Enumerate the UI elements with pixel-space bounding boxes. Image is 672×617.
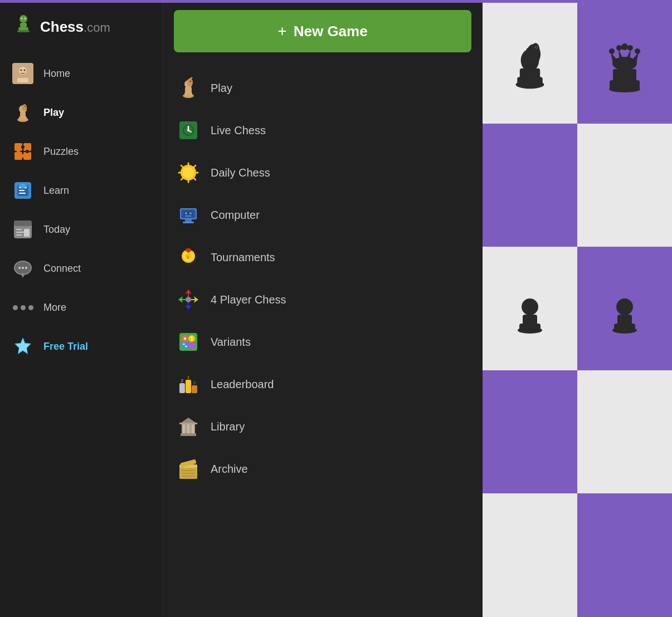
board-cell-3-1 <box>483 247 577 370</box>
svg-point-4 <box>21 18 23 19</box>
sidebar-item-free-trial[interactable]: Free Trial <box>0 327 162 366</box>
menu-item-variants-label: Variants <box>211 336 251 349</box>
sidebar-item-today[interactable]: Today <box>0 210 162 249</box>
board-cell-3-2 <box>577 247 672 370</box>
chess-logo-icon <box>11 12 36 42</box>
svg-point-139 <box>609 48 615 54</box>
svg-rect-70 <box>185 219 192 222</box>
sidebar: Chess.com Home <box>0 0 163 617</box>
sidebar-item-home-label: Home <box>43 68 70 80</box>
svg-line-65 <box>193 178 196 180</box>
menu-item-daily-chess[interactable]: Daily Chess <box>163 151 483 194</box>
menu-item-live-chess[interactable]: Live Chess <box>163 109 483 151</box>
svg-rect-102 <box>186 380 191 393</box>
board-cell-4-1 <box>483 370 577 494</box>
svg-line-66 <box>193 165 196 168</box>
svg-rect-149 <box>617 315 632 325</box>
board-cell-2-2 <box>577 124 672 247</box>
svg-rect-2 <box>18 27 28 30</box>
svg-line-64 <box>181 165 183 168</box>
sidebar-item-more-label: More <box>43 302 66 314</box>
connect-icon <box>11 257 35 280</box>
svg-rect-1 <box>20 23 27 27</box>
new-game-label: New Game <box>294 23 368 40</box>
svg-rect-126 <box>527 48 529 58</box>
svg-point-146 <box>522 298 538 315</box>
svg-rect-145 <box>523 315 537 325</box>
svg-point-74 <box>189 212 192 214</box>
svg-point-10 <box>24 70 26 71</box>
svg-rect-103 <box>192 385 197 393</box>
menu-item-play[interactable]: Play <box>163 67 483 109</box>
svg-rect-117 <box>182 470 195 471</box>
board-cell-4-2 <box>577 370 672 494</box>
sidebar-item-puzzles-label: Puzzles <box>43 146 79 158</box>
menu-item-library-label: Library <box>211 420 245 433</box>
svg-point-23 <box>26 150 29 153</box>
svg-rect-19 <box>14 152 22 160</box>
svg-rect-8 <box>17 78 28 82</box>
board-cell-1-2 <box>577 0 672 124</box>
menu-archive-icon <box>176 457 201 481</box>
svg-point-16 <box>25 106 26 107</box>
svg-point-150 <box>616 298 633 315</box>
svg-rect-107 <box>181 433 196 436</box>
board-cell-5-2 <box>577 493 672 617</box>
menu-play-icon <box>176 76 201 100</box>
board-cell-1-1 <box>483 0 577 124</box>
menu-item-leaderboard-label: Leaderboard <box>211 378 274 391</box>
sidebar-item-learn[interactable]: Learn <box>0 171 162 210</box>
menu-item-4player[interactable]: 4 Player Chess <box>163 278 483 321</box>
svg-point-9 <box>21 70 22 71</box>
svg-point-136 <box>621 43 628 50</box>
svg-rect-75 <box>185 216 192 217</box>
svg-rect-113 <box>179 423 197 424</box>
menu-item-daily-chess-label: Daily Chess <box>211 167 270 179</box>
logo-area[interactable]: Chess.com <box>0 0 162 54</box>
svg-rect-118 <box>182 473 195 474</box>
svg-rect-17 <box>14 143 22 151</box>
svg-point-93 <box>188 335 195 342</box>
svg-rect-101 <box>179 383 185 393</box>
svg-rect-34 <box>16 232 24 233</box>
svg-point-22 <box>21 154 25 158</box>
chess-board <box>483 0 672 617</box>
svg-rect-81 <box>186 248 191 251</box>
menu-item-tournaments[interactable]: 1 Tournaments <box>163 236 483 278</box>
svg-line-67 <box>181 178 183 180</box>
menu-item-leaderboard[interactable]: 2 1 3 Leaderboard <box>163 363 483 405</box>
main-content: + New Game Play <box>163 0 483 617</box>
menu-item-computer[interactable]: Computer <box>163 194 483 236</box>
svg-point-97 <box>191 337 193 339</box>
sidebar-item-home[interactable]: Home <box>0 54 162 93</box>
menu-item-variants[interactable]: Variants <box>163 321 483 363</box>
svg-rect-35 <box>16 234 22 236</box>
new-game-button[interactable]: + New Game <box>174 10 471 52</box>
menu-item-library[interactable]: Library <box>163 405 483 448</box>
svg-rect-111 <box>192 424 194 433</box>
svg-rect-32 <box>14 221 32 226</box>
svg-rect-109 <box>183 424 185 433</box>
sidebar-item-connect[interactable]: Connect <box>0 249 162 288</box>
menu-library-icon <box>176 414 201 439</box>
sidebar-item-connect-label: Connect <box>43 263 81 275</box>
board-cell-5-1 <box>483 493 577 617</box>
svg-point-21 <box>21 145 25 149</box>
plus-icon: + <box>277 22 286 40</box>
svg-point-57 <box>187 129 189 131</box>
menu-item-tournaments-label: Tournaments <box>211 251 275 264</box>
svg-rect-110 <box>187 424 189 433</box>
free-trial-icon <box>11 335 35 358</box>
svg-rect-131 <box>613 69 636 81</box>
svg-rect-28 <box>19 190 25 191</box>
home-icon <box>11 62 35 85</box>
svg-rect-71 <box>183 222 194 223</box>
sidebar-item-puzzles[interactable]: Puzzles <box>0 132 162 171</box>
svg-text:3: 3 <box>193 381 196 385</box>
sidebar-item-more[interactable]: More <box>0 288 162 327</box>
svg-point-128 <box>535 46 537 48</box>
svg-point-86 <box>186 297 191 302</box>
menu-item-archive[interactable]: Archive <box>163 448 483 490</box>
menu-computer-icon <box>176 203 201 227</box>
sidebar-item-play[interactable]: Play <box>0 93 162 132</box>
